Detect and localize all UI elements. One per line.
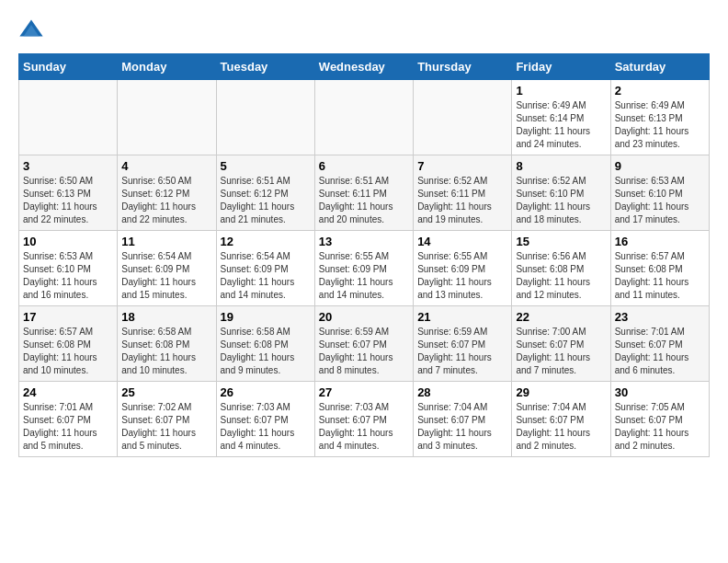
- calendar-cell: 12Sunrise: 6:54 AM Sunset: 6:09 PM Dayli…: [216, 231, 314, 306]
- weekday-header-tuesday: Tuesday: [216, 54, 314, 80]
- calendar-cell: 9Sunrise: 6:53 AM Sunset: 6:10 PM Daylig…: [610, 155, 709, 231]
- calendar-cell: 26Sunrise: 7:03 AM Sunset: 6:07 PM Dayli…: [216, 382, 314, 457]
- day-info: Sunrise: 6:54 AM Sunset: 6:09 PM Dayligh…: [121, 250, 211, 302]
- calendar-cell: 14Sunrise: 6:55 AM Sunset: 6:09 PM Dayli…: [414, 231, 512, 306]
- calendar-cell: 10Sunrise: 6:53 AM Sunset: 6:10 PM Dayli…: [19, 231, 118, 306]
- day-info: Sunrise: 6:49 AM Sunset: 6:14 PM Dayligh…: [516, 99, 606, 151]
- calendar-cell: [19, 80, 118, 155]
- day-info: Sunrise: 6:55 AM Sunset: 6:09 PM Dayligh…: [417, 250, 507, 302]
- day-number: 19: [221, 310, 311, 324]
- calendar-cell: 15Sunrise: 6:56 AM Sunset: 6:08 PM Dayli…: [512, 231, 610, 306]
- calendar-cell: [216, 80, 314, 155]
- day-number: 9: [615, 159, 705, 173]
- weekday-header-friday: Friday: [512, 54, 610, 80]
- day-number: 22: [516, 310, 606, 324]
- day-info: Sunrise: 6:50 AM Sunset: 6:13 PM Dayligh…: [23, 175, 113, 226]
- calendar-cell: 2Sunrise: 6:49 AM Sunset: 6:13 PM Daylig…: [610, 80, 709, 155]
- weekday-header-row: SundayMondayTuesdayWednesdayThursdayFrid…: [19, 54, 710, 80]
- day-number: 15: [516, 235, 606, 248]
- day-info: Sunrise: 7:02 AM Sunset: 6:07 PM Dayligh…: [121, 401, 211, 453]
- day-number: 6: [319, 159, 409, 173]
- calendar-cell: 8Sunrise: 6:52 AM Sunset: 6:10 PM Daylig…: [512, 155, 610, 231]
- calendar-cell: 27Sunrise: 7:03 AM Sunset: 6:07 PM Dayli…: [314, 382, 413, 457]
- calendar-cell: 1Sunrise: 6:49 AM Sunset: 6:14 PM Daylig…: [512, 80, 610, 155]
- day-info: Sunrise: 7:03 AM Sunset: 6:07 PM Dayligh…: [319, 401, 409, 453]
- day-info: Sunrise: 6:54 AM Sunset: 6:09 PM Dayligh…: [221, 250, 311, 302]
- calendar-week-1: 1Sunrise: 6:49 AM Sunset: 6:14 PM Daylig…: [19, 80, 710, 155]
- day-number: 2: [615, 84, 705, 98]
- day-number: 21: [417, 310, 507, 324]
- day-info: Sunrise: 7:04 AM Sunset: 6:07 PM Dayligh…: [417, 401, 507, 453]
- day-info: Sunrise: 7:04 AM Sunset: 6:07 PM Dayligh…: [516, 401, 606, 453]
- calendar-cell: 7Sunrise: 6:52 AM Sunset: 6:11 PM Daylig…: [414, 155, 512, 231]
- day-number: 24: [23, 385, 113, 399]
- calendar-cell: 17Sunrise: 6:57 AM Sunset: 6:08 PM Dayli…: [19, 306, 118, 382]
- day-info: Sunrise: 6:59 AM Sunset: 6:07 PM Dayligh…: [417, 326, 507, 377]
- calendar-cell: 19Sunrise: 6:58 AM Sunset: 6:08 PM Dayli…: [216, 306, 314, 382]
- day-info: Sunrise: 7:03 AM Sunset: 6:07 PM Dayligh…: [221, 401, 311, 453]
- day-number: 3: [23, 159, 113, 173]
- logo-icon: [18, 18, 44, 44]
- calendar-cell: [414, 80, 512, 155]
- calendar-cell: 24Sunrise: 7:01 AM Sunset: 6:07 PM Dayli…: [19, 382, 118, 457]
- day-info: Sunrise: 6:53 AM Sunset: 6:10 PM Dayligh…: [23, 250, 113, 302]
- calendar-cell: [314, 80, 413, 155]
- day-info: Sunrise: 6:52 AM Sunset: 6:11 PM Dayligh…: [417, 175, 507, 226]
- calendar-cell: 23Sunrise: 7:01 AM Sunset: 6:07 PM Dayli…: [610, 306, 709, 382]
- day-number: 20: [319, 310, 409, 324]
- weekday-header-wednesday: Wednesday: [314, 54, 413, 80]
- day-number: 16: [615, 235, 705, 248]
- day-info: Sunrise: 6:58 AM Sunset: 6:08 PM Dayligh…: [121, 326, 211, 377]
- calendar-cell: [118, 80, 216, 155]
- page-header: [18, 18, 710, 44]
- day-info: Sunrise: 6:49 AM Sunset: 6:13 PM Dayligh…: [615, 99, 705, 151]
- calendar-week-3: 10Sunrise: 6:53 AM Sunset: 6:10 PM Dayli…: [19, 231, 710, 306]
- day-number: 12: [221, 235, 311, 248]
- day-number: 11: [121, 235, 211, 248]
- calendar-cell: 28Sunrise: 7:04 AM Sunset: 6:07 PM Dayli…: [414, 382, 512, 457]
- calendar-cell: 30Sunrise: 7:05 AM Sunset: 6:07 PM Dayli…: [610, 382, 709, 457]
- day-info: Sunrise: 7:00 AM Sunset: 6:07 PM Dayligh…: [516, 326, 606, 377]
- day-number: 4: [121, 159, 211, 173]
- calendar-week-4: 17Sunrise: 6:57 AM Sunset: 6:08 PM Dayli…: [19, 306, 710, 382]
- calendar-cell: 5Sunrise: 6:51 AM Sunset: 6:12 PM Daylig…: [216, 155, 314, 231]
- calendar-cell: 11Sunrise: 6:54 AM Sunset: 6:09 PM Dayli…: [118, 231, 216, 306]
- calendar-cell: 29Sunrise: 7:04 AM Sunset: 6:07 PM Dayli…: [512, 382, 610, 457]
- day-info: Sunrise: 6:59 AM Sunset: 6:07 PM Dayligh…: [319, 326, 409, 377]
- day-number: 8: [516, 159, 606, 173]
- day-info: Sunrise: 6:53 AM Sunset: 6:10 PM Dayligh…: [615, 175, 705, 226]
- day-number: 28: [417, 385, 507, 399]
- day-info: Sunrise: 6:51 AM Sunset: 6:11 PM Dayligh…: [319, 175, 409, 226]
- calendar-table: SundayMondayTuesdayWednesdayThursdayFrid…: [18, 53, 710, 457]
- day-number: 27: [319, 385, 409, 399]
- day-info: Sunrise: 6:57 AM Sunset: 6:08 PM Dayligh…: [23, 326, 113, 377]
- day-info: Sunrise: 6:52 AM Sunset: 6:10 PM Dayligh…: [516, 175, 606, 226]
- logo: [18, 18, 48, 44]
- day-info: Sunrise: 6:57 AM Sunset: 6:08 PM Dayligh…: [615, 250, 705, 302]
- weekday-header-thursday: Thursday: [414, 54, 512, 80]
- day-info: Sunrise: 6:51 AM Sunset: 6:12 PM Dayligh…: [221, 175, 311, 226]
- calendar-cell: 22Sunrise: 7:00 AM Sunset: 6:07 PM Dayli…: [512, 306, 610, 382]
- day-number: 23: [615, 310, 705, 324]
- calendar-cell: 21Sunrise: 6:59 AM Sunset: 6:07 PM Dayli…: [414, 306, 512, 382]
- weekday-header-monday: Monday: [118, 54, 216, 80]
- day-number: 14: [417, 235, 507, 248]
- day-number: 5: [221, 159, 311, 173]
- day-info: Sunrise: 6:50 AM Sunset: 6:12 PM Dayligh…: [121, 175, 211, 226]
- day-number: 7: [417, 159, 507, 173]
- day-number: 10: [23, 235, 113, 248]
- day-number: 1: [516, 84, 606, 98]
- calendar-cell: 18Sunrise: 6:58 AM Sunset: 6:08 PM Dayli…: [118, 306, 216, 382]
- calendar-cell: 20Sunrise: 6:59 AM Sunset: 6:07 PM Dayli…: [314, 306, 413, 382]
- day-info: Sunrise: 7:01 AM Sunset: 6:07 PM Dayligh…: [615, 326, 705, 377]
- calendar-week-2: 3Sunrise: 6:50 AM Sunset: 6:13 PM Daylig…: [19, 155, 710, 231]
- day-number: 17: [23, 310, 113, 324]
- calendar-cell: 3Sunrise: 6:50 AM Sunset: 6:13 PM Daylig…: [19, 155, 118, 231]
- calendar-week-5: 24Sunrise: 7:01 AM Sunset: 6:07 PM Dayli…: [19, 382, 710, 457]
- day-number: 26: [221, 385, 311, 399]
- day-info: Sunrise: 6:56 AM Sunset: 6:08 PM Dayligh…: [516, 250, 606, 302]
- calendar-cell: 13Sunrise: 6:55 AM Sunset: 6:09 PM Dayli…: [314, 231, 413, 306]
- day-number: 29: [516, 385, 606, 399]
- weekday-header-saturday: Saturday: [610, 54, 709, 80]
- day-info: Sunrise: 7:05 AM Sunset: 6:07 PM Dayligh…: [615, 401, 705, 453]
